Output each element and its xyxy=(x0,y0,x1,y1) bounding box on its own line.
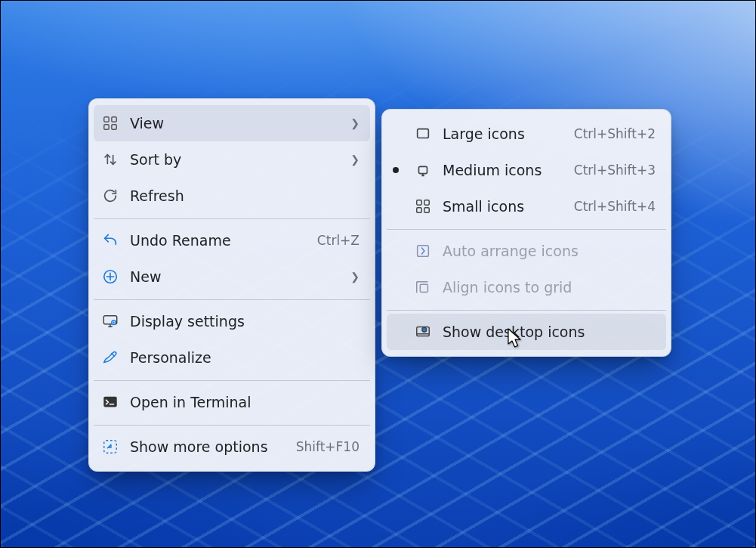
menu-item-undo-rename[interactable]: Undo Rename Ctrl+Z xyxy=(94,222,370,259)
svg-rect-14 xyxy=(424,208,429,212)
menu-group: Show more options Shift+F10 xyxy=(94,425,370,466)
menu-group: Large icons Ctrl+Shift+2 Medium icons Ct… xyxy=(387,114,666,226)
small-icons-icon xyxy=(414,197,432,215)
chevron-right-icon: ❯ xyxy=(349,117,359,129)
grid-icon xyxy=(101,114,119,132)
undo-icon xyxy=(101,231,119,249)
terminal-icon xyxy=(101,393,119,411)
medium-icons-icon xyxy=(414,161,432,179)
align-grid-icon xyxy=(414,278,432,296)
radio-checked-icon xyxy=(393,167,399,173)
svg-rect-8 xyxy=(104,441,117,454)
menu-item-label: New xyxy=(130,268,343,285)
menu-item-new[interactable]: New ❯ xyxy=(94,259,370,295)
menu-group: Show desktop icons xyxy=(387,310,666,351)
svg-rect-16 xyxy=(420,284,427,292)
auto-arrange-icon xyxy=(414,242,432,260)
menu-item-label: Show desktop icons xyxy=(443,324,656,340)
more-options-icon xyxy=(101,438,119,456)
menu-item-open-in-terminal[interactable]: Open in Terminal xyxy=(94,384,370,420)
menu-item-label: Small icons xyxy=(443,198,563,215)
menu-item-label: Show more options xyxy=(130,438,285,455)
menu-item-show-more-options[interactable]: Show more options Shift+F10 xyxy=(94,429,370,465)
view-submenu: Large icons Ctrl+Shift+2 Medium icons Ct… xyxy=(381,109,671,357)
submenu-item-show-desktop-icons[interactable]: Show desktop icons xyxy=(387,314,666,350)
svg-rect-3 xyxy=(112,125,116,129)
menu-item-label: Medium icons xyxy=(443,162,563,178)
menu-item-label: Open in Terminal xyxy=(130,394,359,410)
menu-item-accelerator: Ctrl+Shift+2 xyxy=(574,126,656,141)
svg-rect-11 xyxy=(417,200,421,205)
sort-icon xyxy=(101,150,119,169)
menu-item-label: Undo Rename xyxy=(130,232,307,249)
menu-item-view[interactable]: View ❯ xyxy=(94,105,370,141)
menu-item-refresh[interactable]: Refresh xyxy=(94,178,370,214)
menu-item-label: Refresh xyxy=(130,187,359,204)
show-desktop-icons-icon xyxy=(414,323,432,341)
menu-item-accelerator: Shift+F10 xyxy=(296,439,359,454)
submenu-item-auto-arrange[interactable]: Auto arrange icons xyxy=(387,233,666,269)
menu-group: View ❯ Sort by ❯ Refresh xyxy=(94,104,370,215)
menu-item-accelerator: Ctrl+Z xyxy=(317,233,359,248)
svg-rect-9 xyxy=(418,129,429,138)
svg-rect-0 xyxy=(104,117,109,122)
menu-group: Open in Terminal xyxy=(94,380,370,422)
svg-rect-13 xyxy=(417,208,421,212)
submenu-item-small-icons[interactable]: Small icons Ctrl+Shift+4 xyxy=(387,188,666,224)
menu-item-label: Auto arrange icons xyxy=(443,243,656,259)
new-icon xyxy=(101,268,119,286)
svg-point-18 xyxy=(422,327,427,332)
display-settings-icon xyxy=(101,312,119,330)
svg-rect-2 xyxy=(104,125,109,129)
menu-item-label: Sort by xyxy=(130,151,343,168)
menu-item-accelerator: Ctrl+Shift+4 xyxy=(574,199,656,214)
menu-item-label: View xyxy=(130,115,343,132)
svg-rect-10 xyxy=(419,166,427,173)
menu-item-label: Personalize xyxy=(130,349,359,366)
menu-group: Display settings Personalize xyxy=(94,299,370,377)
menu-item-display-settings[interactable]: Display settings xyxy=(94,303,370,339)
submenu-item-large-icons[interactable]: Large icons Ctrl+Shift+2 xyxy=(387,116,666,152)
large-icons-icon xyxy=(414,125,432,143)
svg-rect-7 xyxy=(103,397,116,407)
menu-item-label: Display settings xyxy=(130,313,359,330)
menu-item-sort-by[interactable]: Sort by ❯ xyxy=(94,141,370,178)
menu-item-label: Align icons to grid xyxy=(443,279,656,296)
menu-group: Undo Rename Ctrl+Z New ❯ xyxy=(94,218,370,296)
mouse-cursor xyxy=(508,328,523,349)
chevron-right-icon: ❯ xyxy=(349,153,359,166)
submenu-item-align-to-grid[interactable]: Align icons to grid xyxy=(387,269,666,305)
menu-item-accelerator: Ctrl+Shift+3 xyxy=(574,163,656,178)
chevron-right-icon: ❯ xyxy=(349,271,359,283)
menu-item-personalize[interactable]: Personalize xyxy=(94,339,370,376)
submenu-item-medium-icons[interactable]: Medium icons Ctrl+Shift+3 xyxy=(387,152,666,188)
svg-rect-15 xyxy=(418,246,429,257)
refresh-icon xyxy=(101,187,119,205)
svg-rect-1 xyxy=(112,117,116,122)
menu-item-label: Large icons xyxy=(443,125,563,142)
desktop-context-menu: View ❯ Sort by ❯ Refresh xyxy=(88,98,375,472)
personalize-icon xyxy=(101,348,119,367)
svg-rect-12 xyxy=(424,200,429,205)
menu-group: Auto arrange icons Align icons to grid xyxy=(387,229,666,307)
